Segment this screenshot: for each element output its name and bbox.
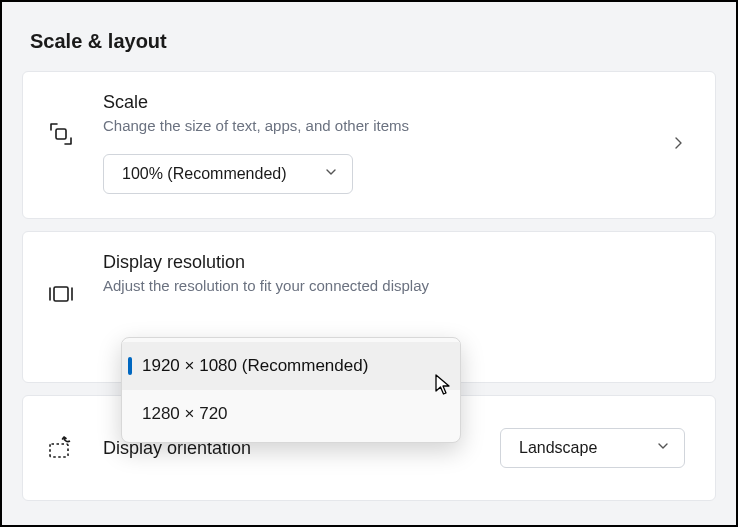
section-header-scale-layout: Scale & layout <box>30 30 716 53</box>
scale-title: Scale <box>103 92 691 113</box>
resolution-icon <box>47 280 75 308</box>
svg-rect-1 <box>54 287 68 301</box>
orientation-icon <box>47 434 75 462</box>
chevron-down-icon <box>324 165 338 183</box>
scale-dropdown[interactable]: 100% (Recommended) <box>103 154 353 194</box>
resolution-subtitle: Adjust the resolution to fit your connec… <box>103 277 691 294</box>
svg-rect-0 <box>56 129 66 139</box>
resolution-option-1920x1080[interactable]: 1920 × 1080 (Recommended) <box>122 342 460 390</box>
orientation-value: Landscape <box>519 439 597 457</box>
scale-value: 100% (Recommended) <box>122 165 287 183</box>
scale-icon <box>47 120 75 148</box>
scale-subtitle: Change the size of text, apps, and other… <box>103 117 691 134</box>
resolution-dropdown-popup: 1920 × 1080 (Recommended) 1280 × 720 <box>121 337 461 443</box>
svg-rect-2 <box>50 444 68 457</box>
chevron-right-icon <box>671 136 685 154</box>
chevron-down-icon <box>656 439 670 457</box>
resolution-option-1280x720[interactable]: 1280 × 720 <box>122 390 460 438</box>
resolution-title: Display resolution <box>103 252 691 273</box>
scale-card[interactable]: Scale Change the size of text, apps, and… <box>22 71 716 219</box>
orientation-dropdown[interactable]: Landscape <box>500 428 685 468</box>
